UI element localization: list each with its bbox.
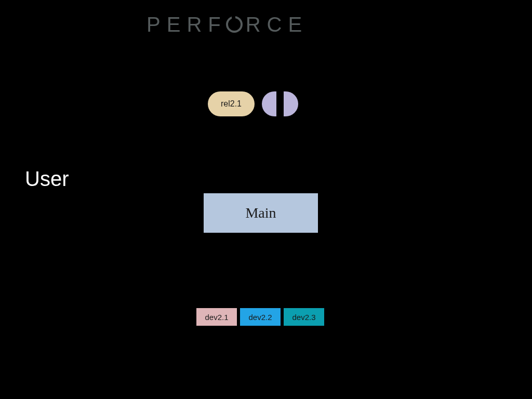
user-label: User [25,167,69,191]
dev-chip-2: dev2.2 [240,308,281,326]
main-branch-box: Main [204,193,318,233]
release-pill: rel2.1 [208,91,255,116]
release-row: rel2.1 [208,91,298,116]
perforce-logo: P E R F R C E [147,13,308,36]
future-release-half-right [284,91,298,116]
dev-chip-1: dev2.1 [196,308,237,326]
dev-chip-3: dev2.3 [284,308,324,326]
diagram-stage: P E R F R C E User rel2.1 Main dev2.1 de… [0,0,532,399]
future-release-half-left [262,91,276,116]
perforce-o-icon [226,16,243,33]
dev-row: dev2.1 dev2.2 dev2.3 [196,308,324,326]
